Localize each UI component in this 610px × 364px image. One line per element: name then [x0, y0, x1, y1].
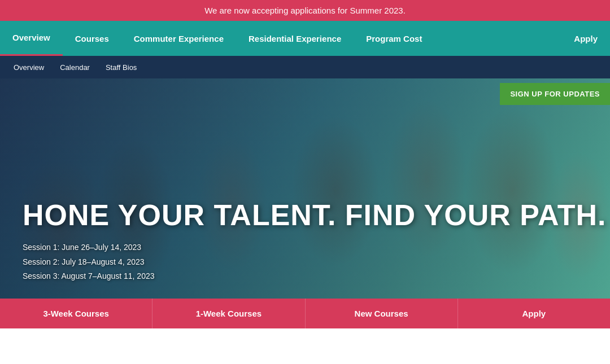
top-banner: We are now accepting applications for Su…	[0, 0, 610, 21]
cta-new-courses[interactable]: New Courses	[306, 299, 458, 328]
subnav-overview[interactable]: Overview	[6, 63, 52, 72]
hero-sessions: Session 1: June 26–July 14, 2023 Session…	[23, 240, 607, 283]
hero-content: Hone Your Talent. Find Your Path. Sessio…	[23, 199, 607, 283]
main-nav: Overview Courses Commuter Experience Res…	[0, 21, 610, 56]
session-2: Session 2: July 18–August 4, 2023	[23, 255, 607, 269]
signup-button[interactable]: SIGN UP FOR UPDATES	[500, 83, 610, 105]
sub-nav: Overview Calendar Staff Bios	[0, 56, 610, 78]
nav-overview[interactable]: Overview	[0, 21, 63, 56]
subnav-calendar[interactable]: Calendar	[52, 63, 98, 72]
cta-1week-courses[interactable]: 1-Week Courses	[152, 299, 305, 328]
nav-residential-experience[interactable]: Residential Experience	[236, 21, 354, 56]
banner-text: We are now accepting applications for Su…	[204, 6, 406, 15]
cta-buttons: 3-Week Courses 1-Week Courses New Course…	[0, 299, 610, 328]
cta-apply[interactable]: Apply	[458, 299, 610, 328]
subnav-staff-bios[interactable]: Staff Bios	[98, 63, 145, 72]
hero-title: Hone Your Talent. Find Your Path.	[23, 199, 607, 231]
nav-program-cost[interactable]: Program Cost	[354, 21, 434, 56]
nav-courses[interactable]: Courses	[63, 21, 121, 56]
session-3: Session 3: August 7–August 11, 2023	[23, 269, 607, 283]
nav-commuter-experience[interactable]: Commuter Experience	[121, 21, 236, 56]
hero-section: SIGN UP FOR UPDATES Hone Your Talent. Fi…	[0, 78, 610, 328]
session-1: Session 1: June 26–July 14, 2023	[23, 240, 607, 255]
nav-apply[interactable]: Apply	[561, 21, 610, 56]
cta-3week-courses[interactable]: 3-Week Courses	[0, 299, 152, 328]
